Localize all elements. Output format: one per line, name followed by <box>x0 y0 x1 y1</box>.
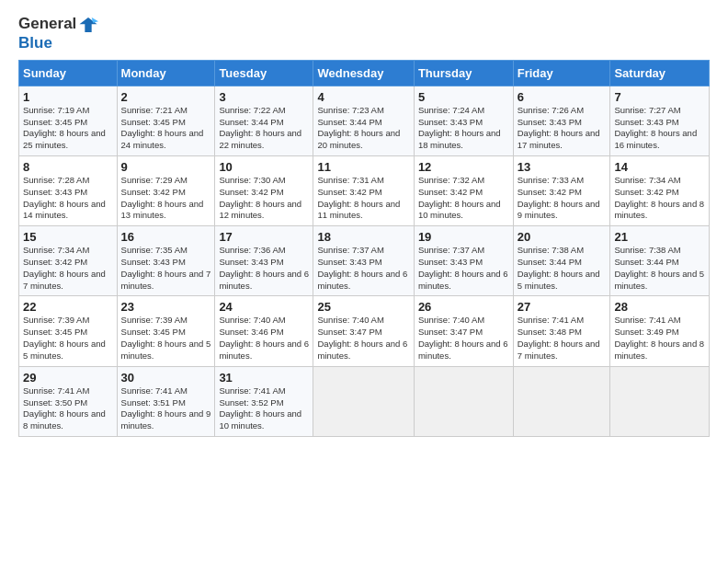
day-info: Sunrise: 7:35 AMSunset: 3:43 PMDaylight:… <box>121 245 211 292</box>
day-info: Sunrise: 7:24 AMSunset: 3:43 PMDaylight:… <box>418 105 509 152</box>
day-number: 26 <box>418 300 509 314</box>
day-number: 17 <box>219 230 309 244</box>
day-number: 12 <box>418 160 509 174</box>
day-info: Sunrise: 7:41 AMSunset: 3:50 PMDaylight:… <box>23 385 113 432</box>
day-cell: 25Sunrise: 7:40 AMSunset: 3:47 PMDayligh… <box>313 296 414 366</box>
day-number: 31 <box>219 371 309 385</box>
col-header-sunday: Sunday <box>19 60 118 86</box>
logo-general: General <box>18 15 76 32</box>
day-cell: 6Sunrise: 7:26 AMSunset: 3:43 PMDaylight… <box>513 86 610 155</box>
day-number: 2 <box>121 90 211 104</box>
day-cell: 28Sunrise: 7:41 AMSunset: 3:49 PMDayligh… <box>610 296 710 366</box>
day-info: Sunrise: 7:21 AMSunset: 3:45 PMDaylight:… <box>121 105 211 152</box>
day-cell: 13Sunrise: 7:33 AMSunset: 3:42 PMDayligh… <box>513 155 610 225</box>
day-number: 28 <box>614 300 705 314</box>
day-cell: 5Sunrise: 7:24 AMSunset: 3:43 PMDaylight… <box>414 86 513 155</box>
day-info: Sunrise: 7:39 AMSunset: 3:45 PMDaylight:… <box>23 315 113 362</box>
day-cell: 12Sunrise: 7:32 AMSunset: 3:42 PMDayligh… <box>414 155 513 225</box>
col-header-saturday: Saturday <box>610 60 710 86</box>
day-cell: 22Sunrise: 7:39 AMSunset: 3:45 PMDayligh… <box>19 296 118 366</box>
calendar: SundayMondayTuesdayWednesdayThursdayFrid… <box>18 60 710 437</box>
day-info: Sunrise: 7:37 AMSunset: 3:43 PMDaylight:… <box>317 245 409 292</box>
week-row-5: 29Sunrise: 7:41 AMSunset: 3:50 PMDayligh… <box>19 366 710 436</box>
day-number: 19 <box>418 230 509 244</box>
day-number: 1 <box>23 90 113 104</box>
day-cell: 21Sunrise: 7:38 AMSunset: 3:44 PMDayligh… <box>610 226 710 296</box>
day-info: Sunrise: 7:27 AMSunset: 3:43 PMDaylight:… <box>614 105 705 152</box>
day-number: 24 <box>219 300 309 314</box>
day-info: Sunrise: 7:39 AMSunset: 3:45 PMDaylight:… <box>121 315 211 362</box>
day-cell: 24Sunrise: 7:40 AMSunset: 3:46 PMDayligh… <box>215 296 313 366</box>
day-info: Sunrise: 7:36 AMSunset: 3:43 PMDaylight:… <box>219 245 309 292</box>
day-number: 10 <box>219 160 309 174</box>
day-number: 9 <box>121 160 211 174</box>
day-number: 29 <box>23 371 113 385</box>
col-header-tuesday: Tuesday <box>215 60 313 86</box>
logo-blue: Blue <box>18 35 98 52</box>
day-number: 3 <box>219 90 309 104</box>
day-info: Sunrise: 7:38 AMSunset: 3:44 PMDaylight:… <box>518 245 607 292</box>
day-cell: 4Sunrise: 7:23 AMSunset: 3:44 PMDaylight… <box>313 86 414 155</box>
day-number: 22 <box>23 300 113 314</box>
day-number: 16 <box>121 230 211 244</box>
day-cell: 20Sunrise: 7:38 AMSunset: 3:44 PMDayligh… <box>513 226 610 296</box>
logo: General Blue <box>18 15 98 52</box>
day-cell: 29Sunrise: 7:41 AMSunset: 3:50 PMDayligh… <box>19 366 118 436</box>
day-info: Sunrise: 7:41 AMSunset: 3:51 PMDaylight:… <box>121 385 211 432</box>
day-cell: 7Sunrise: 7:27 AMSunset: 3:43 PMDaylight… <box>610 86 710 155</box>
day-number: 5 <box>418 90 509 104</box>
day-cell: 31Sunrise: 7:41 AMSunset: 3:52 PMDayligh… <box>215 366 313 436</box>
day-cell: 8Sunrise: 7:28 AMSunset: 3:43 PMDaylight… <box>19 155 118 225</box>
week-row-1: 1Sunrise: 7:19 AMSunset: 3:45 PMDaylight… <box>19 86 710 155</box>
day-info: Sunrise: 7:28 AMSunset: 3:43 PMDaylight:… <box>23 175 113 222</box>
day-info: Sunrise: 7:19 AMSunset: 3:45 PMDaylight:… <box>23 105 113 152</box>
day-number: 25 <box>317 300 409 314</box>
day-cell: 23Sunrise: 7:39 AMSunset: 3:45 PMDayligh… <box>117 296 215 366</box>
day-number: 20 <box>518 230 607 244</box>
day-number: 7 <box>614 90 705 104</box>
day-cell: 9Sunrise: 7:29 AMSunset: 3:42 PMDaylight… <box>117 155 215 225</box>
day-info: Sunrise: 7:38 AMSunset: 3:44 PMDaylight:… <box>614 245 705 292</box>
day-cell: 26Sunrise: 7:40 AMSunset: 3:47 PMDayligh… <box>414 296 513 366</box>
day-info: Sunrise: 7:22 AMSunset: 3:44 PMDaylight:… <box>219 105 309 152</box>
day-cell: 30Sunrise: 7:41 AMSunset: 3:51 PMDayligh… <box>117 366 215 436</box>
day-info: Sunrise: 7:33 AMSunset: 3:42 PMDaylight:… <box>518 175 607 222</box>
day-number: 21 <box>614 230 705 244</box>
day-info: Sunrise: 7:34 AMSunset: 3:42 PMDaylight:… <box>23 245 113 292</box>
col-header-thursday: Thursday <box>414 60 513 86</box>
day-number: 11 <box>317 160 409 174</box>
day-info: Sunrise: 7:41 AMSunset: 3:49 PMDaylight:… <box>614 315 705 362</box>
day-number: 27 <box>518 300 607 314</box>
day-number: 4 <box>317 90 409 104</box>
day-info: Sunrise: 7:29 AMSunset: 3:42 PMDaylight:… <box>121 175 211 222</box>
day-number: 23 <box>121 300 211 314</box>
day-info: Sunrise: 7:40 AMSunset: 3:46 PMDaylight:… <box>219 315 309 362</box>
day-cell: 27Sunrise: 7:41 AMSunset: 3:48 PMDayligh… <box>513 296 610 366</box>
week-row-2: 8Sunrise: 7:28 AMSunset: 3:43 PMDaylight… <box>19 155 710 225</box>
day-number: 18 <box>317 230 409 244</box>
day-cell: 17Sunrise: 7:36 AMSunset: 3:43 PMDayligh… <box>215 226 313 296</box>
day-cell <box>513 366 610 436</box>
day-cell <box>610 366 710 436</box>
logo-bird-icon <box>78 15 98 35</box>
day-info: Sunrise: 7:40 AMSunset: 3:47 PMDaylight:… <box>418 315 509 362</box>
week-row-3: 15Sunrise: 7:34 AMSunset: 3:42 PMDayligh… <box>19 226 710 296</box>
day-cell: 11Sunrise: 7:31 AMSunset: 3:42 PMDayligh… <box>313 155 414 225</box>
day-cell: 1Sunrise: 7:19 AMSunset: 3:45 PMDaylight… <box>19 86 118 155</box>
day-info: Sunrise: 7:26 AMSunset: 3:43 PMDaylight:… <box>518 105 607 152</box>
day-info: Sunrise: 7:34 AMSunset: 3:42 PMDaylight:… <box>614 175 705 222</box>
day-number: 14 <box>614 160 705 174</box>
day-cell: 19Sunrise: 7:37 AMSunset: 3:43 PMDayligh… <box>414 226 513 296</box>
day-info: Sunrise: 7:40 AMSunset: 3:47 PMDaylight:… <box>317 315 409 362</box>
day-cell: 10Sunrise: 7:30 AMSunset: 3:42 PMDayligh… <box>215 155 313 225</box>
calendar-header-row: SundayMondayTuesdayWednesdayThursdayFrid… <box>19 60 710 86</box>
day-cell: 15Sunrise: 7:34 AMSunset: 3:42 PMDayligh… <box>19 226 118 296</box>
day-info: Sunrise: 7:32 AMSunset: 3:42 PMDaylight:… <box>418 175 509 222</box>
day-cell <box>313 366 414 436</box>
col-header-monday: Monday <box>117 60 215 86</box>
col-header-friday: Friday <box>513 60 610 86</box>
col-header-wednesday: Wednesday <box>313 60 414 86</box>
day-number: 15 <box>23 230 113 244</box>
day-info: Sunrise: 7:37 AMSunset: 3:43 PMDaylight:… <box>418 245 509 292</box>
day-number: 30 <box>121 371 211 385</box>
